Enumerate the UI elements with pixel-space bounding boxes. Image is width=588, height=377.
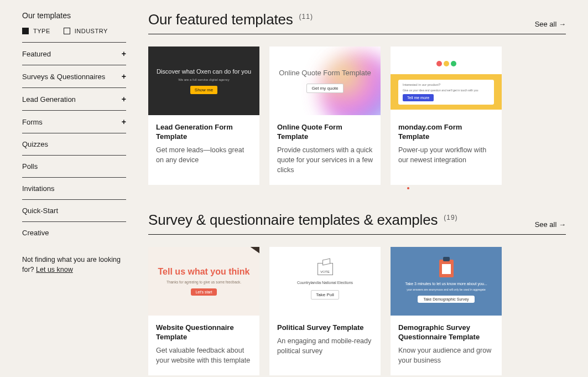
main-content: Our featured templates (11) See all → Di…: [148, 11, 566, 377]
media-cta-button[interactable]: Tell me more: [403, 94, 434, 101]
media-strip-q: Interested in our product?: [403, 83, 440, 86]
card-desc: Provide customers with a quick quote for…: [277, 145, 373, 175]
category-label: Surveys & Questionnaires: [22, 73, 105, 81]
monday-logo-icon: [391, 47, 502, 66]
card-title: monday.com Form Template: [398, 123, 494, 142]
section-count: (19): [444, 214, 457, 221]
category-surveys[interactable]: Surveys & Questionnaires +: [22, 65, 126, 87]
card-row: Discover what Oxen can do for you We are…: [148, 47, 566, 185]
card-title: Website Questionnaire Template: [156, 323, 252, 342]
card-title: Online Quote Form Template: [277, 123, 373, 142]
see-all-link[interactable]: See all →: [535, 220, 566, 229]
media-cta-button[interactable]: Get my quote: [306, 84, 343, 93]
section-header: Survey & questionnaire templates & examp…: [148, 211, 566, 235]
section-count: (11): [299, 13, 313, 20]
category-label: Creative: [22, 229, 49, 237]
category-label: Featured: [22, 50, 51, 58]
sidebar: Our templates TYPE INDUSTRY Featured + S…: [22, 11, 126, 377]
filter-type[interactable]: TYPE: [22, 28, 50, 34]
category-creative[interactable]: Creative: [22, 221, 126, 244]
card-body: Demographic Survey Questionnaire Templat…: [391, 316, 502, 375]
media-band: Interested in our product? Give us your …: [391, 74, 502, 110]
filter-industry-label: INDUSTRY: [75, 28, 108, 34]
media-headline: Take 3 minutes to let us know more about…: [405, 282, 487, 286]
card-media: Discover what Oxen can do for you We are…: [148, 47, 259, 115]
category-label: Forms: [22, 118, 43, 126]
filter-toggles: TYPE INDUSTRY: [22, 28, 126, 34]
media-subtext: your answers are anonymous and will only…: [407, 288, 486, 291]
card-media: Take 3 minutes to let us know more about…: [391, 247, 502, 316]
media-subtext: We are a full service digital agency: [178, 78, 230, 81]
expand-icon: +: [122, 49, 126, 58]
card-desc: Know your audience and grow your busines…: [398, 345, 494, 365]
card-title: Demographic Survey Questionnaire Templat…: [398, 323, 494, 342]
section-title-text: Our featured templates: [148, 11, 293, 28]
expand-icon: +: [122, 72, 126, 81]
category-invitations[interactable]: Invitations: [22, 177, 126, 199]
card-body: Online Quote Form Template Provide custo…: [269, 115, 381, 185]
section-surveys: Survey & questionnaire templates & examp…: [148, 211, 566, 375]
checkbox-empty-icon: [64, 28, 70, 34]
hand-photo-icon: [221, 247, 259, 273]
template-card-website-questionnaire[interactable]: Tell us what you think Thanks for agreei…: [148, 247, 259, 375]
media-cta-button[interactable]: Take Poll: [311, 290, 339, 299]
category-quizzes[interactable]: Quizzes: [22, 133, 126, 155]
sidebar-title: Our templates: [22, 11, 126, 20]
media-headline: Discover what Oxen can do for you: [157, 68, 251, 75]
category-leadgen[interactable]: Lead Generation +: [22, 87, 126, 110]
help-text: Not finding what you are looking for? Le…: [22, 255, 126, 275]
category-label: Quick-Start: [22, 206, 58, 215]
media-subtext: Thanks for agreeing to give us some feed…: [166, 280, 241, 284]
card-media: Tell us what you think Thanks for agreei…: [148, 247, 259, 316]
card-title: Lead Generation Form Template: [156, 123, 252, 142]
dot-active-icon: [407, 187, 409, 189]
media-cta-button[interactable]: Take Demographic Survey: [418, 296, 474, 303]
see-all-link[interactable]: See all →: [535, 20, 566, 28]
filter-industry[interactable]: INDUSTRY: [64, 28, 108, 34]
category-forms[interactable]: Forms +: [22, 110, 126, 133]
media-cta-button[interactable]: Let's start: [191, 288, 216, 296]
card-title: Political Survey Template: [277, 323, 373, 333]
template-card-demographic-survey[interactable]: Take 3 minutes to let us know more about…: [391, 247, 502, 375]
section-featured: Our featured templates (11) See all → Di…: [148, 11, 566, 185]
category-quickstart[interactable]: Quick-Start: [22, 199, 126, 221]
section-title: Survey & questionnaire templates & examp…: [148, 211, 458, 229]
card-desc: An engaging and mobile-ready political s…: [277, 336, 373, 356]
media-headline: Countrylandia National Elections: [297, 281, 353, 285]
card-desc: Power-up your workflow with our newest i…: [398, 145, 494, 165]
category-label: Lead Generation: [22, 95, 76, 104]
category-polls[interactable]: Polls: [22, 155, 126, 177]
section-title: Our featured templates (11): [148, 11, 313, 28]
card-media: VOTE Countrylandia National Elections Ta…: [269, 247, 381, 316]
card-body: Lead Generation Form Template Get more l…: [148, 115, 259, 175]
media-strip: Interested in our product? Give us your …: [398, 80, 494, 105]
carousel-indicator: [407, 187, 409, 189]
category-label: Quizzes: [22, 140, 48, 148]
card-row: Tell us what you think Thanks for agreei…: [148, 247, 566, 375]
media-headline: Online Quote Form Template: [279, 69, 371, 78]
card-media: Online Quote Form Template Get my quote: [269, 47, 381, 115]
expand-icon: +: [122, 95, 126, 104]
ballot-box-icon: VOTE: [318, 263, 333, 275]
checkbox-checked-icon: [22, 28, 29, 34]
expand-icon: +: [122, 117, 126, 126]
category-label: Invitations: [22, 184, 55, 193]
card-desc: Get more leads—looks great on any device: [156, 145, 252, 165]
template-card-leadgen-form[interactable]: Discover what Oxen can do for you We are…: [148, 47, 259, 185]
category-list: Featured + Surveys & Questionnaires + Le…: [22, 42, 126, 244]
template-card-political-survey[interactable]: VOTE Countrylandia National Elections Ta…: [269, 247, 381, 375]
section-title-text: Survey & questionnaire templates & examp…: [148, 211, 438, 228]
media-strip-sub: Give us your idea and question and we'll…: [403, 89, 478, 92]
help-link[interactable]: Let us know: [36, 266, 73, 273]
filter-type-label: TYPE: [33, 28, 50, 34]
card-desc: Get valuable feedback about your website…: [156, 345, 252, 365]
card-media: Interested in our product? Give us your …: [391, 47, 502, 115]
template-card-monday[interactable]: Interested in our product? Give us your …: [391, 47, 502, 185]
section-header: Our featured templates (11) See all →: [148, 11, 566, 34]
template-card-online-quote[interactable]: Online Quote Form Template Get my quote …: [269, 47, 381, 185]
media-cta-button[interactable]: Show me: [190, 86, 217, 94]
category-label: Polls: [22, 162, 38, 171]
clipboard-icon: [439, 260, 454, 277]
category-featured[interactable]: Featured +: [22, 42, 126, 65]
vote-icon-label: VOTE: [318, 270, 332, 273]
